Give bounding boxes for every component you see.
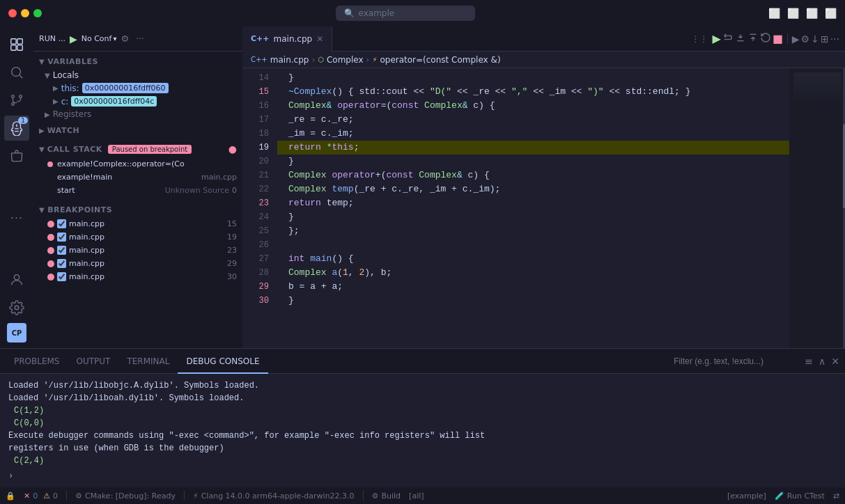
ln-29[interactable]: 29 xyxy=(242,280,269,294)
stack-dot-1 xyxy=(47,162,53,167)
svg-rect-0 xyxy=(11,39,16,44)
ln-17: 17 xyxy=(242,113,269,127)
code-line-16: Complex& operator=(const Complex& c) { xyxy=(277,99,789,113)
this-variable[interactable]: ▶ this: 0x000000016fdff060 xyxy=(33,81,242,95)
sb-errors[interactable]: ✕ 0 ⚠ 0 xyxy=(24,491,58,501)
titlebar-center: 🔍 example xyxy=(47,6,763,21)
chevron-down-icon: ▾ xyxy=(113,35,116,42)
bp-checkbox-3[interactable] xyxy=(57,246,66,255)
download-icon[interactable]: ↓ xyxy=(811,33,819,45)
run-ctest-label: Run CTest xyxy=(787,491,825,501)
code-line-15: ~Complex() { std::cout << "D(" << _re <<… xyxy=(277,85,789,99)
breadcrumb-file[interactable]: C++ main.cpp xyxy=(251,55,309,65)
more-icon-editor[interactable]: ··· xyxy=(830,33,839,45)
lock-icon: 🔒 xyxy=(6,491,15,501)
sb-build[interactable]: ⚙ Build xyxy=(372,491,401,501)
registers-item[interactable]: ▶ Registers xyxy=(33,108,242,120)
stack-frame-1[interactable]: example!Complex::operator=(Co xyxy=(33,157,242,171)
run-icon[interactable]: ▶ xyxy=(792,33,800,45)
code-content[interactable]: } ~Complex() { std::cout << "D(" << _re … xyxy=(277,68,789,348)
error-icon: ✕ xyxy=(24,491,30,501)
bp-line-1: 15 xyxy=(227,219,237,228)
line-numbers: 14 15 16 17 18 ⇒19 20 21 22 23 24 25 26 xyxy=(242,68,277,348)
debug-settings-icon[interactable]: ⚙ xyxy=(121,33,129,44)
panel-up-icon[interactable]: ∧ xyxy=(819,356,825,367)
global-search-bar[interactable]: 🔍 example xyxy=(336,6,475,21)
maximize-button[interactable] xyxy=(33,9,42,17)
sidebar-item-settings[interactable] xyxy=(4,295,29,320)
breadcrumb-method-label: operator=(const Complex &) xyxy=(380,55,500,65)
tab-debug-console[interactable]: DEBUG CONSOLE xyxy=(178,349,268,374)
debug-stop-icon[interactable]: ■ xyxy=(773,32,783,45)
debug-more-icon[interactable]: ··· xyxy=(136,34,144,44)
bp-checkbox-5[interactable] xyxy=(57,272,66,281)
sb-build-target[interactable]: [all] xyxy=(409,491,424,501)
callstack-header[interactable]: ▼ CALL STACK Paused on breakpoint ● xyxy=(33,141,242,157)
sb-lock[interactable]: 🔒 xyxy=(6,491,15,501)
panel-icon[interactable]: ⬜ xyxy=(806,8,818,19)
sidebar-item-debug[interactable]: 1 xyxy=(4,116,29,141)
console-line-3: C(1,2) xyxy=(8,404,837,417)
close-button[interactable] xyxy=(8,9,17,17)
minimize-button[interactable] xyxy=(21,9,29,17)
bp-checkbox-1[interactable] xyxy=(57,219,66,228)
settings-icon[interactable]: ⚙ xyxy=(801,33,810,45)
breakpoints-header[interactable]: ▼ BREAKPOINTS xyxy=(33,203,242,217)
sidebar-item-explorer[interactable] xyxy=(4,32,29,57)
bp-line-3: 23 xyxy=(227,246,237,255)
code-line-27: int main() { xyxy=(277,252,789,266)
sb-cmake[interactable]: ⚙ CMake: [Debug]: Ready xyxy=(75,491,176,501)
tab-output[interactable]: OUTPUT xyxy=(68,349,119,374)
tab-bar: C++ main.cpp ✕ ⋮⋮ ▶ xyxy=(242,26,845,52)
sb-sync-icon[interactable]: ⇄ xyxy=(833,491,839,501)
more-icon[interactable]: ⬜ xyxy=(825,8,837,19)
ln-23[interactable]: 23 xyxy=(242,196,269,210)
locals-section: ▼ Locals ▶ this: 0x000000016fdff060 ▶ c:… xyxy=(33,69,242,120)
tab-problems[interactable]: PROBLEMS xyxy=(6,349,68,374)
build-target-label: [all] xyxy=(409,491,424,501)
ln-15[interactable]: 15 xyxy=(242,85,269,99)
sidebar-item-dots[interactable]: ··· xyxy=(4,205,29,230)
variables-header[interactable]: ▼ VARIABLES xyxy=(33,54,242,69)
bp-checkbox-4[interactable] xyxy=(57,259,66,268)
stack-frame-3[interactable]: start Unknown Source 0 xyxy=(33,184,242,197)
ln-19[interactable]: ⇒19 xyxy=(242,141,269,155)
build-label: Build xyxy=(381,491,401,501)
split-icon[interactable]: ⊞ xyxy=(821,33,829,45)
tab-close-icon[interactable]: ✕ xyxy=(316,34,323,44)
breadcrumb-method[interactable]: ⚡ operator=(const Complex &) xyxy=(372,55,500,65)
ln-30[interactable]: 30 xyxy=(242,294,269,308)
locals-header[interactable]: ▼ Locals xyxy=(33,69,242,81)
sb-clang[interactable]: ⚡ Clang 14.0.0 arm64-apple-darwin22.3.0 xyxy=(193,491,355,501)
bp-checkbox-2[interactable] xyxy=(57,233,66,242)
stack-frame-2[interactable]: example!main main.cpp xyxy=(33,171,242,184)
watch-header[interactable]: ▶ WATCH xyxy=(33,123,242,138)
layout-icon[interactable]: ⬜ xyxy=(787,8,799,19)
debug-step-out-icon[interactable] xyxy=(747,32,759,46)
tab-label: main.cpp xyxy=(274,34,313,44)
sidebar-toggle-icon[interactable]: ⬜ xyxy=(768,8,780,19)
tab-main-cpp[interactable]: C++ main.cpp ✕ xyxy=(242,26,332,52)
run-play-icon[interactable]: ▶ xyxy=(70,33,77,45)
run-button[interactable]: RUN ... xyxy=(39,34,65,43)
sb-run-ctest[interactable]: 🧪 Run CTest xyxy=(775,491,825,501)
sb-run-target[interactable]: [example] xyxy=(727,491,766,501)
panel-close-icon[interactable]: ✕ xyxy=(831,356,839,367)
sidebar-item-source-control[interactable] xyxy=(4,88,29,113)
filter-input[interactable] xyxy=(674,356,799,366)
sidebar-item-extensions[interactable] xyxy=(4,143,29,168)
bp-line-2: 19 xyxy=(227,233,237,242)
no-conf-dropdown[interactable]: No Conf ▾ xyxy=(82,34,117,43)
debug-continue-icon[interactable]: ▶ xyxy=(712,32,720,45)
breadcrumb-class[interactable]: ⬡ Complex xyxy=(318,55,363,65)
bottom-panel: PROBLEMS OUTPUT TERMINAL DEBUG CONSOLE ≡… xyxy=(0,348,845,487)
sidebar-item-accounts[interactable] xyxy=(4,267,29,292)
sidebar-item-search[interactable] xyxy=(4,60,29,85)
debug-step-into-icon[interactable] xyxy=(735,32,746,46)
c-variable[interactable]: ▶ c: 0x000000016fdff04c xyxy=(33,95,242,108)
bp-dot-1 xyxy=(47,221,54,228)
panel-list-icon[interactable]: ≡ xyxy=(805,356,813,367)
debug-step-over-icon[interactable] xyxy=(722,32,734,46)
tab-terminal[interactable]: TERMINAL xyxy=(118,349,178,374)
debug-restart-icon[interactable] xyxy=(760,32,771,46)
